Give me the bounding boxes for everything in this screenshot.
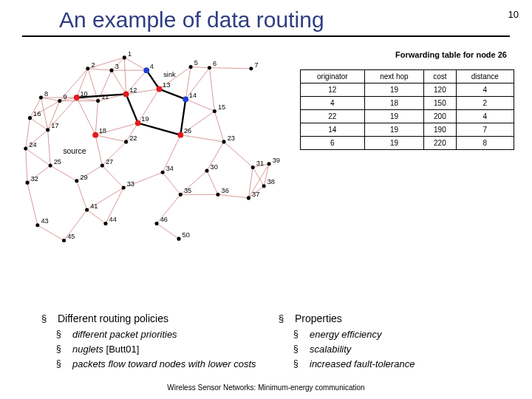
- page-number: 10: [508, 9, 519, 20]
- graph-edge: [50, 166, 77, 181]
- graph-node-label: 37: [252, 191, 259, 198]
- source-label: source: [63, 147, 86, 155]
- table-cell: 14: [301, 123, 365, 137]
- table-header: cost: [424, 70, 456, 83]
- bullet-item: nuglets [Butt01]: [65, 344, 273, 355]
- table-cell: 190: [424, 123, 456, 137]
- graph-node-1: [123, 55, 126, 59]
- graph-node-label: 25: [54, 158, 61, 166]
- graph-edge: [41, 98, 47, 130]
- graph-node-label: 4: [150, 63, 154, 70]
- table-cell: 18: [364, 97, 424, 110]
- graph-edge: [77, 98, 95, 135]
- graph-node-label: 6: [213, 60, 216, 67]
- graph-node-8: [39, 95, 43, 99]
- graph-node-label: 26: [184, 127, 191, 134]
- graph-edge: [41, 98, 59, 101]
- graph-node-label: 17: [51, 122, 58, 129]
- graph-node-5: [189, 65, 193, 69]
- graph-node-50: [177, 237, 180, 241]
- table-title: Forwarding table for node 26: [300, 50, 514, 59]
- graph-node-9: [58, 99, 61, 103]
- graph-edge: [185, 99, 214, 111]
- graph-node-label: 24: [29, 141, 36, 149]
- table-row: 14191907: [301, 123, 514, 137]
- graph-node-15: [213, 109, 216, 113]
- routing-graph: 1234567891011121314151617181922232425262…: [10, 43, 291, 265]
- graph-node-label: 43: [41, 217, 48, 225]
- title-bar: An example of data routing: [22, 0, 510, 37]
- footer-text: Wireless Sensor Networks: Minimum-energy…: [0, 383, 532, 392]
- graph-node-41: [85, 208, 89, 211]
- graph-edge: [27, 183, 38, 225]
- table-cell: 220: [424, 137, 456, 150]
- left-heading: Different routing policies: [58, 313, 273, 324]
- forwarding-table-wrap: Forwarding table for node 26 originatorn…: [300, 50, 514, 150]
- graph-edge: [38, 225, 64, 241]
- graph-edge: [26, 149, 27, 183]
- graph-node-label: 27: [106, 158, 113, 166]
- graph-node-label: 8: [44, 90, 48, 98]
- table-cell: 2: [456, 97, 514, 110]
- graph-node-label: 36: [222, 187, 229, 194]
- graph-edge: [77, 181, 87, 210]
- graph-node-19: [135, 120, 141, 126]
- table-row: 6192208: [301, 137, 514, 150]
- table-row: 12191204: [301, 83, 514, 97]
- table-cell: 19: [364, 110, 424, 123]
- graph-node-label: 12: [129, 86, 137, 94]
- graph-node-16: [28, 116, 32, 120]
- graph-node-31: [251, 166, 255, 169]
- sink-label: sink: [163, 71, 176, 78]
- graph-node-label: 1: [128, 50, 132, 58]
- graph-node-label: 44: [109, 216, 117, 223]
- table-header: next hop: [364, 70, 424, 83]
- graph-node-label: 10: [80, 90, 87, 98]
- graph-node-label: 19: [141, 115, 149, 123]
- graph-node-37: [247, 196, 250, 200]
- graph-node-27: [100, 164, 104, 168]
- graph-node-7: [249, 66, 253, 70]
- forwarding-table: originatornext hopcostdistance 121912044…: [300, 69, 514, 150]
- graph-node-44: [103, 222, 107, 225]
- graph-node-33: [122, 186, 126, 190]
- table-cell: 120: [424, 83, 456, 97]
- table-cell: 200: [424, 110, 456, 123]
- graph-edge: [124, 58, 126, 95]
- table-cell: 12: [301, 83, 365, 97]
- graph-node-label: 35: [184, 187, 191, 194]
- graph-node-label: 50: [183, 231, 190, 239]
- table-cell: 19: [364, 123, 424, 137]
- graph-node-12: [123, 91, 129, 97]
- graph-edge: [209, 68, 214, 112]
- graph-edge: [209, 68, 250, 69]
- graph-edge: [112, 70, 126, 94]
- table-cell: 150: [424, 97, 456, 110]
- graph-edge: [224, 142, 253, 168]
- graph-edge: [207, 171, 218, 194]
- graph-node-36: [216, 193, 219, 197]
- graph-edge: [102, 166, 123, 188]
- graph-node-label: 16: [33, 110, 41, 117]
- graph-node-label: 3: [115, 63, 119, 70]
- graph-edge: [180, 135, 224, 142]
- graph-node-label: 22: [129, 134, 137, 142]
- graph-node-label: 9: [63, 93, 66, 100]
- graph-node-label: 30: [211, 163, 218, 171]
- graph-node-label: 7: [254, 61, 258, 69]
- slide-title: An example of data routing: [59, 7, 480, 35]
- graph-node-label: 5: [194, 59, 198, 66]
- graph-node-label: 33: [127, 180, 134, 188]
- content-area: 1234567891011121314151617181922232425262…: [0, 43, 532, 272]
- table-cell: 22: [301, 110, 365, 123]
- graph-node-label: 46: [160, 216, 168, 223]
- graph-node-label: 14: [189, 92, 197, 99]
- bullets-left: Different routing policies different pac…: [58, 313, 273, 369]
- table-cell: 19: [364, 83, 424, 97]
- table-row: 22192004: [301, 110, 514, 123]
- graph-node-45: [62, 239, 66, 242]
- graph-node-label: 13: [163, 81, 170, 89]
- graph-node-23: [222, 140, 225, 143]
- table-cell: 6: [301, 137, 365, 150]
- graph-edge: [26, 149, 50, 166]
